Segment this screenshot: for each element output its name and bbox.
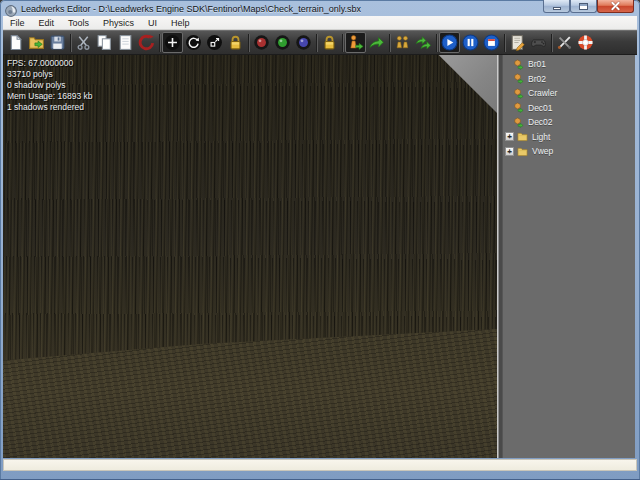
copy-button[interactable] (94, 32, 115, 53)
menu-tools[interactable]: Tools (61, 16, 96, 30)
cut-button[interactable] (73, 32, 94, 53)
tree-item-label: Dec01 (528, 103, 553, 113)
x-axis-button[interactable] (251, 32, 272, 53)
menu-physics[interactable]: Physics (96, 16, 141, 30)
statusbar (3, 459, 637, 471)
paste-button[interactable] (115, 32, 136, 53)
undo-button[interactable] (136, 32, 157, 53)
app-window: Leadwerks Editor - D:\Leadwerks Engine S… (0, 0, 640, 480)
tools-icon (556, 34, 573, 51)
terrain-mode-button[interactable] (366, 32, 387, 53)
toolbar-separator (70, 34, 71, 52)
stat-fps: FPS: 67.0000000 (7, 58, 93, 69)
x-axis-sphere-icon (253, 34, 270, 51)
model-icon (513, 59, 524, 70)
tree-item-br02[interactable]: Br02 (503, 73, 635, 85)
open-file-button[interactable] (26, 32, 47, 53)
toolbar-separator (436, 34, 437, 52)
lock-icon (321, 34, 338, 51)
expand-icon[interactable]: + (505, 147, 514, 156)
tree-item-crawler[interactable]: Crawler (503, 87, 635, 99)
y-axis-sphere-icon (274, 34, 291, 51)
green-arrow-icon (368, 34, 385, 51)
close-button[interactable] (597, 0, 634, 13)
scene-tree-panel: Br01 Br02 Crawler Dec01 Dec02 + Light (502, 55, 635, 458)
game-controller-button[interactable] (528, 32, 549, 53)
save-icon (49, 34, 66, 51)
save-file-button[interactable] (47, 32, 68, 53)
tree-item-vwep[interactable]: + Vwep (503, 145, 635, 157)
move-tool-icon (164, 34, 181, 51)
characters-button[interactable] (392, 32, 413, 53)
tree-item-dec02[interactable]: Dec02 (503, 116, 635, 128)
sky-corner (435, 55, 497, 113)
undo-icon (138, 34, 155, 51)
z-axis-button[interactable] (293, 32, 314, 53)
entity-mode-icon (347, 34, 364, 51)
copy-icon (96, 34, 113, 51)
terrain-ground (3, 308, 497, 458)
expand-icon[interactable]: + (505, 132, 514, 141)
script-editor-button[interactable] (507, 32, 528, 53)
maximize-icon (579, 3, 588, 10)
close-icon (610, 2, 621, 11)
scale-tool-button[interactable] (204, 32, 225, 53)
scissors-icon (75, 34, 92, 51)
stat-mem-usage: Mem Usage: 16893 kb (7, 91, 93, 102)
help-button[interactable] (575, 32, 596, 53)
lifebuoy-help-icon (577, 34, 594, 51)
y-axis-button[interactable] (272, 32, 293, 53)
play-button[interactable] (439, 32, 460, 53)
menu-edit[interactable]: Edit (32, 16, 62, 30)
toolbar-separator (504, 34, 505, 52)
window-bottom-border (0, 471, 640, 480)
tree-item-br01[interactable]: Br01 (503, 58, 635, 70)
tree-item-label: Vwep (532, 146, 553, 156)
folder-icon (517, 146, 528, 157)
script-icon (509, 34, 526, 51)
folder-icon (517, 131, 528, 142)
stop-button[interactable] (481, 32, 502, 53)
pause-icon (462, 34, 479, 51)
scale-tool-icon (206, 34, 223, 51)
open-file-icon (28, 34, 45, 51)
window-title: Leadwerks Editor - D:\Leadwerks Engine S… (21, 4, 361, 14)
lock-icon (227, 34, 244, 51)
tree-item-light[interactable]: + Light (503, 131, 635, 143)
model-icon (513, 102, 524, 113)
entity-mode-button[interactable] (345, 32, 366, 53)
green-arrows-icon (415, 34, 432, 51)
tree-item-label: Light (532, 132, 550, 142)
tree-item-dec01[interactable]: Dec01 (503, 102, 635, 114)
pause-button[interactable] (460, 32, 481, 53)
waypoints-button[interactable] (413, 32, 434, 53)
minimize-button[interactable] (543, 0, 570, 13)
characters-icon (394, 34, 411, 51)
lock-selection-button[interactable] (225, 32, 246, 53)
rotate-tool-button[interactable] (183, 32, 204, 53)
move-tool-button[interactable] (162, 32, 183, 53)
options-button[interactable] (554, 32, 575, 53)
rotate-tool-icon (185, 34, 202, 51)
menu-help[interactable]: Help (164, 16, 197, 30)
tree-item-label: Br02 (528, 74, 546, 84)
menu-file[interactable]: File (3, 16, 32, 30)
maximize-button[interactable] (570, 0, 597, 13)
viewport-3d[interactable]: FPS: 67.0000000 33710 polys 0 shadow pol… (3, 55, 497, 458)
toolbar-separator (342, 34, 343, 52)
toolbar-separator (248, 34, 249, 52)
play-icon (441, 34, 458, 51)
stat-shadows-rendered: 1 shadows rendered (7, 102, 93, 113)
model-icon (513, 117, 524, 128)
gamepad-icon (530, 34, 547, 51)
model-icon (513, 73, 524, 84)
lock-grid-button[interactable] (319, 32, 340, 53)
window-controls (543, 0, 634, 13)
tree-item-label: Crawler (528, 88, 557, 98)
titlebar[interactable]: Leadwerks Editor - D:\Leadwerks Engine S… (0, 0, 640, 16)
menu-ui[interactable]: UI (141, 16, 164, 30)
tree-item-label: Br01 (528, 59, 546, 69)
paste-icon (117, 34, 134, 51)
new-file-button[interactable] (5, 32, 26, 53)
tree-item-label: Dec02 (528, 117, 553, 127)
